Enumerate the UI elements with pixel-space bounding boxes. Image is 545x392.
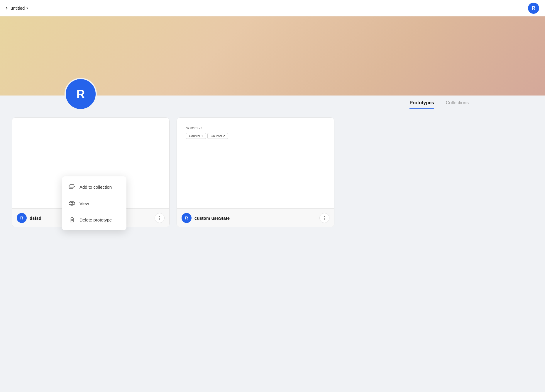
counter-btn-1[interactable]: Counter 1 [186, 133, 206, 139]
profile-section: R Prototypes Collections [0, 96, 545, 109]
svg-point-5 [71, 202, 73, 204]
card-footer-custom-usestate: R custom useState ⋮ [177, 209, 334, 227]
nav-avatar[interactable]: R [528, 3, 539, 14]
counter-label: counter 1 - 2 [186, 127, 228, 131]
context-menu-item-add-to-collection[interactable]: Add to collection [62, 179, 126, 195]
nav-left: › untitled ▾ [6, 5, 28, 11]
card-menu-button-dsfsd[interactable]: ⋮ [155, 213, 165, 223]
counter-btn-2[interactable]: Counter 2 [207, 133, 228, 139]
counter-preview: counter 1 - 2 Counter 1 Counter 2 [182, 122, 232, 143]
card-footer-left-custom-usestate: R custom useState [182, 213, 230, 223]
card-preview-dsfsd: Add to collection View [12, 118, 169, 209]
card-avatar-dsfsd: R [17, 213, 27, 223]
context-menu: Add to collection View [62, 176, 126, 230]
card-footer-left-dsfsd: R dsfsd [17, 213, 41, 223]
tabs-bar: Prototypes Collections [65, 96, 480, 109]
card-menu-button-custom-usestate[interactable]: ⋮ [319, 213, 329, 223]
collection-icon [68, 183, 75, 190]
title-dropdown-icon: ▾ [26, 6, 28, 10]
view-label: View [79, 201, 89, 206]
trash-icon [68, 216, 75, 223]
svg-rect-7 [70, 218, 74, 222]
project-name: untitled [11, 6, 25, 11]
card-name-custom-usestate: custom useState [194, 216, 230, 221]
svg-rect-1 [70, 185, 74, 188]
card-avatar-custom-usestate: R [182, 213, 192, 223]
context-menu-item-delete[interactable]: Delete prototype [62, 212, 126, 228]
card-name-dsfsd: dsfsd [30, 216, 41, 221]
top-nav: › untitled ▾ R [0, 0, 545, 16]
counter-buttons: Counter 1 Counter 2 [186, 133, 228, 139]
cards-grid: Add to collection View [12, 117, 334, 227]
add-to-collection-label: Add to collection [79, 185, 112, 190]
delete-label: Delete prototype [79, 217, 112, 222]
card-preview-custom-usestate: counter 1 - 2 Counter 1 Counter 2 [177, 118, 334, 209]
eye-icon [68, 200, 75, 207]
profile-avatar-wrapper: R [65, 78, 97, 110]
nav-chevron-icon[interactable]: › [6, 5, 8, 11]
nav-title[interactable]: untitled ▾ [11, 6, 28, 11]
context-menu-item-view[interactable]: View [62, 195, 126, 212]
profile-avatar: R [65, 78, 97, 110]
tab-prototypes[interactable]: Prototypes [409, 100, 434, 109]
tab-collections[interactable]: Collections [446, 100, 469, 109]
prototype-card-custom-usestate[interactable]: counter 1 - 2 Counter 1 Counter 2 R cust… [177, 117, 334, 227]
svg-point-4 [69, 201, 75, 205]
prototype-card-dsfsd[interactable]: Add to collection View [12, 117, 170, 227]
content-area: Add to collection View [0, 109, 545, 285]
